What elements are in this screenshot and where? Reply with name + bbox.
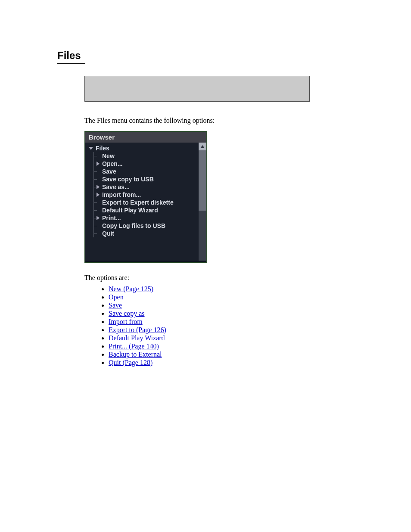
tree-item-label: Save as... [102, 184, 130, 190]
list-intro: The options are: [84, 274, 129, 282]
file-tree: Files New Open... Save [85, 143, 199, 261]
lead-text: The Files menu contains the following op… [84, 117, 215, 124]
list-item: Backup to External [109, 351, 166, 358]
heading-underline [57, 63, 85, 64]
tree-item-label: Copy Log files to USB [102, 222, 165, 229]
link-save[interactable]: Save [109, 302, 122, 309]
tree-item-label: Open... [102, 160, 122, 167]
tree-item-open[interactable]: Open... [94, 160, 199, 168]
triangle-up-icon [200, 145, 205, 148]
list-item: Quit (Page 128) [109, 359, 166, 367]
list-item: Open [109, 293, 166, 301]
list-item: Save [109, 302, 166, 309]
link-save-copy-as[interactable]: Save copy as [109, 310, 145, 317]
chevron-right-icon [97, 185, 100, 189]
scrollbar[interactable] [199, 143, 206, 261]
link-print[interactable]: Print... (Page 140) [109, 342, 159, 350]
tree-root-label: Files [96, 145, 109, 152]
link-export-to[interactable]: Export to (Page 126) [109, 326, 166, 333]
link-backup-external[interactable]: Backup to External [109, 351, 162, 358]
tree-item-label: Import from... [102, 191, 141, 198]
tree-item-label: Export to Expert diskette [102, 199, 174, 206]
tree-item-default-play-wizard[interactable]: Default Play Wizard [94, 206, 199, 214]
tree-item-copy-log-usb[interactable]: Copy Log files to USB [94, 222, 199, 230]
scroll-track[interactable] [199, 150, 206, 261]
tree-item-save-as[interactable]: Save as... [94, 183, 199, 191]
tree-item-save-copy-usb[interactable]: Save copy to USB [94, 175, 199, 183]
note-box [84, 76, 310, 102]
list-item: Import from [109, 318, 166, 326]
page-heading: Files [57, 50, 81, 62]
chevron-right-icon [97, 193, 100, 197]
chevron-right-icon [97, 162, 100, 166]
list-item: Save copy as [109, 310, 166, 317]
browser-body: Files New Open... Save [85, 143, 206, 261]
link-quit[interactable]: Quit (Page 128) [109, 359, 153, 366]
tree-item-new[interactable]: New [94, 152, 199, 160]
chevron-right-icon [97, 216, 100, 220]
chevron-down-icon [89, 147, 93, 150]
link-import-from[interactable]: Import from [109, 318, 143, 325]
browser-title: Browser [85, 132, 206, 143]
tree-item-save[interactable]: Save [94, 168, 199, 175]
browser-screenshot: Browser Files New Open... [84, 131, 207, 263]
link-default-play-wizard[interactable]: Default Play Wizard [109, 334, 165, 342]
tree-item-label: Default Play Wizard [102, 207, 158, 214]
list-item: Default Play Wizard [109, 334, 166, 342]
scroll-thumb[interactable] [199, 150, 206, 211]
tree-children: New Open... Save Save copy to USB [93, 152, 199, 237]
tree-item-import-from[interactable]: Import from... [94, 191, 199, 199]
tree-item-export-expert[interactable]: Export to Expert diskette [94, 199, 199, 206]
tree-item-print[interactable]: Print... [94, 214, 199, 222]
tree-item-label: Print... [102, 215, 121, 221]
link-open[interactable]: Open [109, 293, 124, 301]
tree-item-quit[interactable]: Quit [94, 230, 199, 237]
tree-item-label: Save [102, 168, 116, 175]
list-item: New (Page 125) [109, 285, 166, 293]
list-item: Print... (Page 140) [109, 342, 166, 350]
options-list: New (Page 125) Open Save Save copy as Im… [102, 285, 166, 367]
tree-item-label: New [102, 152, 115, 159]
list-item: Export to (Page 126) [109, 326, 166, 334]
tree-item-label: Quit [102, 230, 114, 237]
link-new[interactable]: New (Page 125) [109, 285, 153, 292]
tree-item-label: Save copy to USB [102, 176, 154, 183]
scroll-up-button[interactable] [199, 143, 206, 150]
tree-root-files[interactable]: Files [89, 144, 199, 152]
